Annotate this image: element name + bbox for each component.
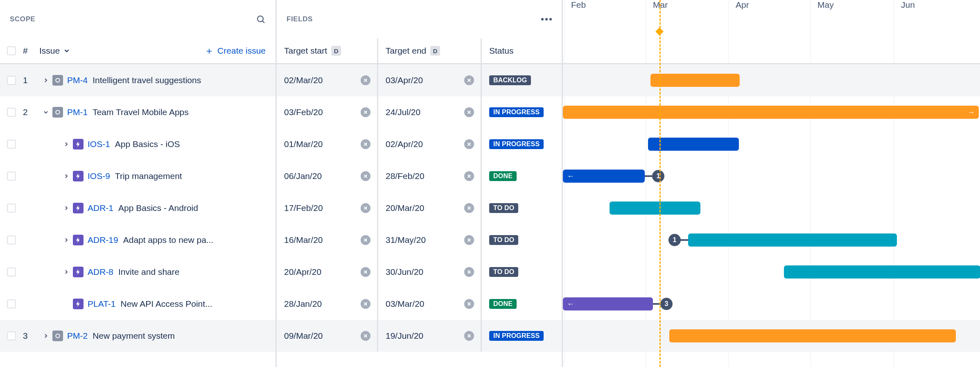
clear-icon[interactable] [464, 203, 474, 213]
gantt-bar[interactable]: → [563, 106, 979, 119]
scope-row[interactable]: 1 PM-4 Intelligent travel suggestions [0, 64, 275, 96]
column-target-end-header[interactable]: Target end D [378, 39, 482, 63]
timeline-row[interactable]: ←3 [563, 288, 980, 320]
scope-row[interactable]: ADR-1 App Basics - Android [0, 192, 275, 224]
clear-icon[interactable] [361, 235, 370, 245]
more-icon[interactable] [541, 18, 552, 20]
clear-icon[interactable] [361, 299, 370, 309]
clear-icon[interactable] [361, 171, 370, 181]
target-end-cell[interactable]: 24/Jul/20 [378, 96, 482, 128]
timeline-rows[interactable]: →←11←3 [563, 64, 980, 367]
row-checkbox[interactable] [7, 299, 16, 308]
chevron-right-icon[interactable] [60, 237, 73, 243]
clear-icon[interactable] [361, 203, 370, 213]
target-start-cell[interactable]: 17/Feb/20 [277, 192, 378, 224]
row-checkbox[interactable] [7, 204, 16, 213]
clear-icon[interactable] [464, 107, 474, 117]
dependency-badge[interactable]: 3 [660, 298, 673, 310]
timeline-row[interactable]: 1 [563, 224, 980, 256]
timeline-row[interactable] [563, 256, 980, 288]
clear-icon[interactable] [361, 75, 370, 85]
scope-row[interactable]: IOS-9 Trip management [0, 160, 275, 192]
timeline-row[interactable]: → [563, 96, 980, 128]
status-cell[interactable]: TO DO [482, 256, 562, 288]
chevron-right-icon[interactable] [60, 269, 73, 275]
clear-icon[interactable] [464, 139, 474, 149]
status-cell[interactable]: BACKLOG [482, 64, 562, 96]
timeline-row[interactable] [563, 320, 980, 352]
scope-row[interactable]: PLAT-1 New API Access Point... [0, 288, 275, 320]
target-end-cell[interactable]: 19/Jun/20 [378, 320, 482, 352]
scope-row[interactable]: 3 PM-2 New payment system [0, 320, 275, 352]
scope-row[interactable]: 2 PM-1 Team Travel Mobile Apps [0, 96, 275, 128]
column-issue-header[interactable]: Issue [39, 46, 70, 56]
row-checkbox[interactable] [7, 172, 16, 181]
target-end-cell[interactable]: 02/Apr/20 [378, 128, 482, 160]
target-end-cell[interactable]: 31/May/20 [378, 224, 482, 256]
scope-row[interactable]: ADR-19 Adapt apps to new pa... [0, 224, 275, 256]
status-cell[interactable]: DONE [482, 288, 562, 320]
clear-icon[interactable] [464, 299, 474, 309]
select-all-checkbox[interactable] [7, 46, 16, 55]
issue-key-link[interactable]: PM-2 [67, 331, 88, 341]
clear-icon[interactable] [361, 139, 370, 149]
status-cell[interactable]: IN PROGRESS [482, 96, 562, 128]
clear-icon[interactable] [464, 331, 474, 341]
issue-key-link[interactable]: IOS-9 [88, 171, 110, 181]
issue-key-link[interactable]: PM-1 [67, 107, 88, 117]
issue-key-link[interactable]: IOS-1 [88, 139, 110, 149]
chevron-right-icon[interactable] [60, 141, 73, 147]
chevron-right-icon[interactable] [39, 333, 52, 339]
target-end-cell[interactable]: 03/Mar/20 [378, 288, 482, 320]
target-end-cell[interactable]: 30/Jun/20 [378, 256, 482, 288]
issue-key-link[interactable]: ADR-1 [88, 203, 113, 213]
status-cell[interactable]: TO DO [482, 192, 562, 224]
timeline-row[interactable]: ←1 [563, 160, 980, 192]
target-start-cell[interactable]: 02/Mar/20 [277, 64, 378, 96]
status-cell[interactable]: IN PROGRESS [482, 128, 562, 160]
target-start-cell[interactable]: 01/Mar/20 [277, 128, 378, 160]
clear-icon[interactable] [464, 75, 474, 85]
status-cell[interactable]: TO DO [482, 224, 562, 256]
create-issue-button[interactable]: ＋ Create issue [204, 46, 275, 56]
clear-icon[interactable] [464, 235, 474, 245]
target-start-cell[interactable]: 20/Apr/20 [277, 256, 378, 288]
gantt-bar[interactable] [650, 74, 740, 87]
timeline-row[interactable] [563, 192, 980, 224]
gantt-bar[interactable] [648, 138, 739, 151]
clear-icon[interactable] [361, 107, 370, 117]
target-end-cell[interactable]: 20/Mar/20 [378, 192, 482, 224]
target-start-cell[interactable]: 28/Jan/20 [277, 288, 378, 320]
row-checkbox[interactable] [7, 140, 16, 149]
chevron-right-icon[interactable] [60, 205, 73, 211]
target-start-cell[interactable]: 09/Mar/20 [277, 320, 378, 352]
target-start-cell[interactable]: 03/Feb/20 [277, 96, 378, 128]
gantt-bar[interactable] [688, 233, 897, 247]
dependency-badge[interactable]: 1 [652, 170, 664, 182]
dependency-badge[interactable]: 1 [668, 234, 681, 246]
target-end-cell[interactable]: 03/Apr/20 [378, 64, 482, 96]
column-target-start-header[interactable]: Target start D [277, 39, 378, 63]
chevron-down-icon[interactable] [39, 109, 52, 116]
row-checkbox[interactable] [7, 236, 16, 245]
clear-icon[interactable] [361, 331, 370, 341]
gantt-bar[interactable] [784, 265, 980, 279]
clear-icon[interactable] [464, 171, 474, 181]
chevron-right-icon[interactable] [60, 173, 73, 179]
issue-key-link[interactable]: ADR-8 [88, 267, 113, 277]
issue-key-link[interactable]: PLAT-1 [88, 299, 115, 309]
target-end-cell[interactable]: 28/Feb/20 [378, 160, 482, 192]
status-cell[interactable]: IN PROGRESS [482, 320, 562, 352]
gantt-bar[interactable] [669, 329, 956, 342]
clear-icon[interactable] [464, 267, 474, 277]
gantt-bar[interactable]: ← [563, 297, 653, 310]
chevron-right-icon[interactable] [39, 77, 52, 84]
scope-row[interactable]: ADR-8 Invite and share [0, 256, 275, 288]
gantt-bar[interactable] [610, 202, 700, 215]
gantt-bar[interactable]: ← [563, 170, 645, 183]
scope-row[interactable]: IOS-1 App Basics - iOS [0, 128, 275, 160]
row-checkbox[interactable] [7, 267, 16, 276]
status-cell[interactable]: DONE [482, 160, 562, 192]
column-status-header[interactable]: Status [482, 39, 562, 63]
row-checkbox[interactable] [7, 76, 16, 85]
